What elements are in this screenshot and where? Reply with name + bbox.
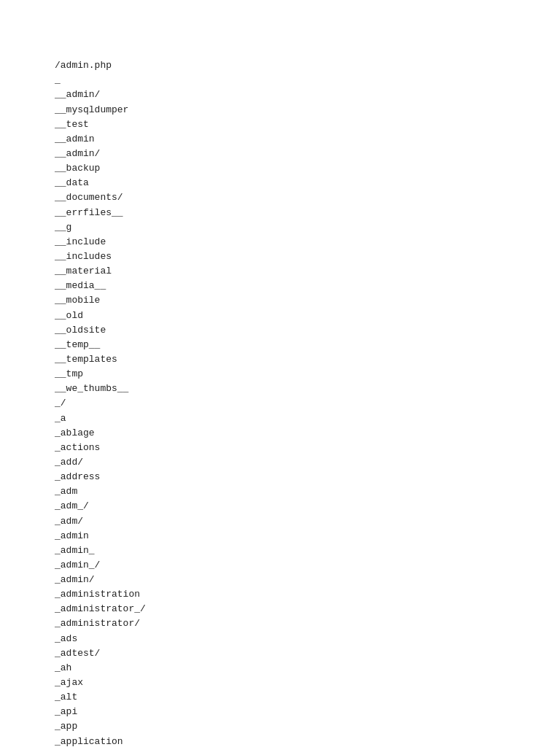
list-item: _administrator/: [55, 616, 545, 631]
list-item: __oldsite: [55, 323, 545, 338]
list-item: _a: [55, 411, 545, 426]
list-item: _adtest/: [55, 646, 545, 661]
list-item: _administration: [55, 587, 545, 602]
list-item: __include: [55, 235, 545, 249]
list-item: _: [55, 73, 545, 88]
list-item: _add/: [55, 455, 545, 470]
list-item: __data: [55, 176, 545, 190]
list-item: _administrator_/: [55, 602, 545, 616]
list-item: __temp__: [55, 338, 545, 352]
list-item: _ajax: [55, 676, 545, 690]
list-item: __templates: [55, 352, 545, 367]
list-item: __admin: [55, 132, 545, 147]
list-item: _ads: [55, 632, 545, 646]
list-item: __we_thumbs__: [55, 382, 545, 396]
list-item: _/: [55, 396, 545, 411]
list-item: __admin/: [55, 88, 545, 102]
list-item: __media__: [55, 279, 545, 293]
list-item: _adm_/: [55, 499, 545, 514]
list-item: _admin_: [55, 543, 545, 558]
list-item: _api: [55, 705, 545, 719]
list-item: __mysqldumper: [55, 103, 545, 117]
list-item: _application: [55, 735, 545, 747]
list-item: _app: [55, 719, 545, 734]
list-item: _ablage: [55, 426, 545, 441]
list-item: __backup: [55, 161, 545, 176]
file-listing: /admin.php___admin/__mysqldumper__test__…: [55, 44, 545, 747]
list-item: __g: [55, 220, 545, 235]
list-item: __mobile: [55, 293, 545, 308]
list-item: _admin_/: [55, 558, 545, 573]
list-item: __test: [55, 117, 545, 132]
list-item: __errfiles__: [55, 206, 545, 220]
list-item: _actions: [55, 441, 545, 455]
list-item: __old: [55, 309, 545, 323]
list-item: __material: [55, 264, 545, 279]
list-item: _admin/: [55, 573, 545, 587]
list-item: __admin/: [55, 147, 545, 161]
list-item: __documents/: [55, 190, 545, 205]
list-item: __includes: [55, 249, 545, 264]
list-item: _adm/: [55, 514, 545, 529]
list-item: __tmp: [55, 367, 545, 382]
list-item: _address: [55, 470, 545, 484]
list-item: _adm: [55, 484, 545, 499]
list-item: /admin.php: [55, 58, 545, 73]
list-item: _alt: [55, 690, 545, 705]
list-item: _ah: [55, 661, 545, 676]
list-item: _admin: [55, 529, 545, 543]
